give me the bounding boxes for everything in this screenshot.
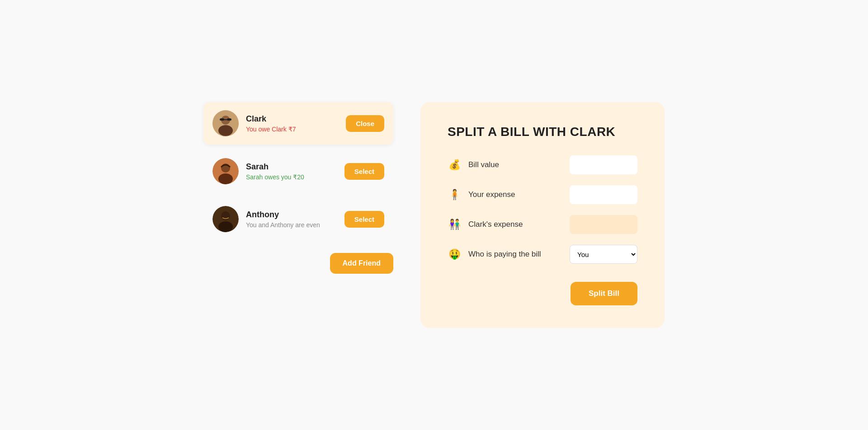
sarah-select-button[interactable]: Select [344, 163, 384, 180]
avatar-sarah [212, 158, 239, 184]
sarah-name: Sarah [246, 162, 337, 172]
svg-point-5 [218, 125, 233, 136]
friend-card-sarah: Sarah Sarah owes you ₹20 Select [203, 150, 393, 192]
avatar-clark [212, 110, 239, 136]
svg-point-10 [221, 211, 230, 220]
sarah-info: Sarah Sarah owes you ₹20 [246, 162, 337, 181]
bill-fields: 💰 Bill value 🧍 Your expense 👫 Clark's ex… [448, 155, 637, 264]
bill-value-row: 💰 Bill value [448, 155, 637, 174]
money-face-icon: 🤑 [448, 248, 461, 260]
svg-point-11 [218, 221, 233, 232]
clark-name: Clark [246, 114, 339, 124]
who-paying-label: Who is paying the bill [468, 250, 562, 259]
avatar-anthony [212, 206, 239, 232]
your-expense-input[interactable] [570, 185, 637, 204]
bill-value-input[interactable] [570, 155, 637, 174]
clark-info: Clark You owe Clark ₹7 [246, 114, 339, 133]
clark-expense-display [570, 215, 637, 234]
money-bag-icon: 💰 [448, 159, 461, 171]
split-panel: SPLIT A BILL WITH CLARK 💰 Bill value 🧍 Y… [420, 102, 665, 328]
anthony-info: Anthony You and Anthony are even [246, 210, 337, 229]
svg-rect-2 [220, 118, 224, 121]
couple-icon: 👫 [448, 219, 461, 230]
clark-close-button[interactable]: Close [346, 115, 384, 132]
who-paying-select[interactable]: You Clark [570, 245, 637, 264]
bill-value-label: Bill value [468, 160, 562, 169]
clark-status: You owe Clark ₹7 [246, 126, 339, 133]
anthony-status: You and Anthony are even [246, 221, 337, 229]
anthony-select-button[interactable]: Select [344, 211, 384, 228]
svg-rect-4 [224, 119, 227, 120]
svg-rect-3 [227, 118, 231, 121]
person-icon: 🧍 [448, 189, 461, 201]
split-bill-button[interactable]: Split Bill [571, 282, 637, 305]
add-friend-container: Add Friend [203, 249, 393, 274]
your-expense-row: 🧍 Your expense [448, 185, 637, 204]
clark-expense-label: Clark's expense [468, 220, 562, 229]
split-actions: Split Bill [448, 275, 637, 305]
friend-card-anthony: Anthony You and Anthony are even Select [203, 198, 393, 240]
who-paying-row: 🤑 Who is paying the bill You Clark [448, 245, 637, 264]
anthony-name: Anthony [246, 210, 337, 220]
friends-panel: Clark You owe Clark ₹7 Close Sarah Sarah… [203, 102, 393, 274]
clark-expense-row: 👫 Clark's expense [448, 215, 637, 234]
add-friend-button[interactable]: Add Friend [330, 253, 393, 274]
svg-point-8 [218, 173, 233, 184]
your-expense-label: Your expense [468, 190, 562, 199]
main-container: Clark You owe Clark ₹7 Close Sarah Sarah… [185, 84, 683, 346]
friend-card-clark: Clark You owe Clark ₹7 Close [203, 102, 393, 145]
sarah-status: Sarah owes you ₹20 [246, 173, 337, 181]
split-title: SPLIT A BILL WITH CLARK [448, 125, 637, 139]
